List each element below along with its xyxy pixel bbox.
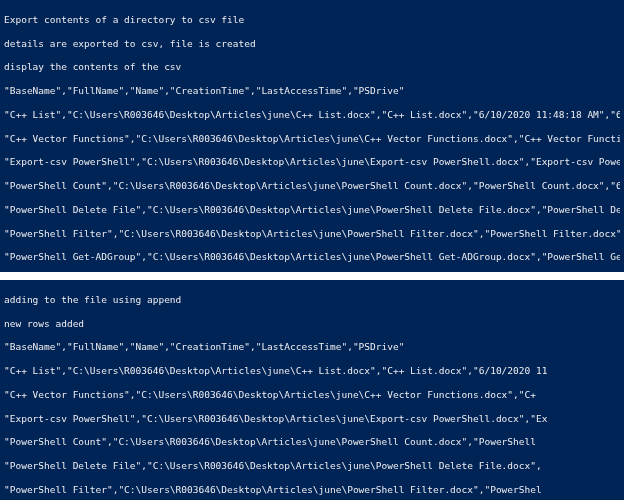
output-line: "BaseName","FullName","Name","CreationTi… <box>4 341 620 353</box>
output-line: details are exported to csv, file is cre… <box>4 38 620 50</box>
powershell-terminal-bottom[interactable]: adding to the file using append new rows… <box>0 280 624 500</box>
output-line: "PowerShell Filter","C:\Users\R003646\De… <box>4 484 620 496</box>
output-line: "PowerShell Get-ADGroup","C:\Users\R0036… <box>4 251 620 263</box>
output-line: adding to the file using append <box>4 294 620 306</box>
output-line: "Export-csv PowerShell","C:\Users\R00364… <box>4 413 620 425</box>
output-line: "BaseName","FullName","Name","CreationTi… <box>4 85 620 97</box>
output-line: "C++ List","C:\Users\R003646\Desktop\Art… <box>4 365 620 377</box>
output-line: "PowerShell Filter","C:\Users\R003646\De… <box>4 228 620 240</box>
output-line: "Export-csv PowerShell","C:\Users\R00364… <box>4 156 620 168</box>
output-line: "PowerShell Count","C:\Users\R003646\Des… <box>4 180 620 192</box>
output-line: "C++ Vector Functions","C:\Users\R003646… <box>4 133 620 145</box>
output-line: "C++ List","C:\Users\R003646\Desktop\Art… <box>4 109 620 121</box>
output-line: Export contents of a directory to csv fi… <box>4 14 620 26</box>
output-line: "C++ Vector Functions","C:\Users\R003646… <box>4 389 620 401</box>
output-line: "PowerShell Count","C:\Users\R003646\Des… <box>4 436 620 448</box>
output-line: "PowerShell Delete File","C:\Users\R0036… <box>4 204 620 216</box>
output-line: display the contents of the csv <box>4 61 620 73</box>
output-line: new rows added <box>4 318 620 330</box>
powershell-terminal-top[interactable]: Export contents of a directory to csv fi… <box>0 0 624 272</box>
output-line: "PowerShell Delete File","C:\Users\R0036… <box>4 460 620 472</box>
